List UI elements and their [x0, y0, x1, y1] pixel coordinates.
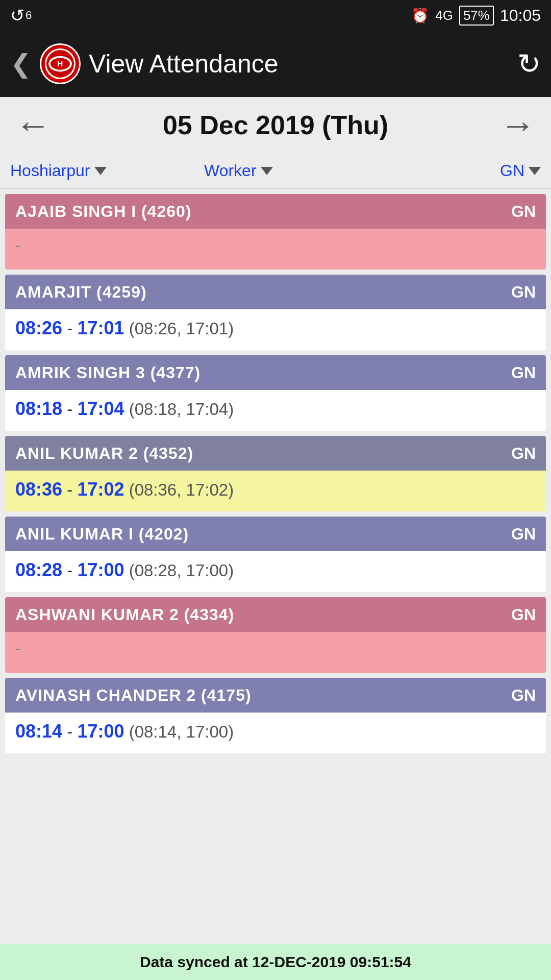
record-time-dash: - — [62, 722, 77, 741]
record-name: ANIL KUMAR I (4202) — [15, 525, 189, 544]
record-body: 08:14 - 17:00 (08:14, 17:00) — [5, 713, 546, 753]
record-shift-badge: GN — [511, 363, 536, 382]
location-dropdown-arrow — [94, 167, 107, 175]
time-display: 10:05 — [500, 6, 541, 25]
record-name: AJAIB SINGH I (4260) — [15, 202, 191, 221]
record-header: AVINASH CHANDER 2 (4175)GN — [5, 678, 546, 713]
record-shift-badge: GN — [511, 525, 536, 544]
battery-icon: 57% — [459, 6, 494, 26]
refresh-button[interactable]: ↻ — [517, 47, 541, 80]
svg-text:H: H — [58, 59, 63, 68]
record-card: AMRIK SINGH 3 (4377)GN08:18 - 17:04 (08:… — [5, 355, 546, 431]
record-body: 08:28 - 17:00 (08:28, 17:00) — [5, 551, 546, 592]
sync-bar: Data synced at 12-DEC-2019 09:51:54 — [0, 944, 551, 980]
record-time-raw: (08:28, 17:00) — [124, 561, 234, 580]
hawkins-logo: H — [40, 43, 81, 84]
record-body: 08:18 - 17:04 (08:18, 17:04) — [5, 390, 546, 431]
record-card: ASHWANI KUMAR 2 (4334)GN- — [5, 597, 546, 673]
record-shift-badge: GN — [511, 444, 536, 463]
type-filter[interactable]: Worker — [204, 161, 480, 180]
filter-row: Hoshiarpur Worker GN — [0, 153, 551, 189]
record-name: ANIL KUMAR 2 (4352) — [15, 444, 193, 463]
record-shift-badge: GN — [511, 605, 536, 624]
record-time-dash: - — [62, 480, 77, 499]
record-time-out: 17:02 — [77, 479, 124, 500]
record-time-raw: (08:14, 17:00) — [124, 722, 234, 741]
record-time-out: 17:00 — [77, 721, 124, 742]
record-time-in: 08:18 — [15, 398, 62, 419]
record-shift-badge: GN — [511, 283, 536, 302]
record-header: AMRIK SINGH 3 (4377)GN — [5, 355, 546, 390]
record-name: ASHWANI KUMAR 2 (4334) — [15, 605, 234, 624]
location-filter[interactable]: Hoshiarpur — [10, 161, 204, 180]
record-card: AVINASH CHANDER 2 (4175)GN08:14 - 17:00 … — [5, 678, 546, 753]
record-time-raw: (08:18, 17:04) — [124, 400, 234, 419]
record-time-row: 08:26 - 17:01 (08:26, 17:01) — [15, 317, 536, 339]
record-time-in: 08:28 — [15, 559, 62, 580]
record-time-in: 08:14 — [15, 721, 62, 742]
record-time-out: 17:00 — [77, 559, 124, 580]
type-dropdown-arrow — [261, 167, 273, 175]
shift-dropdown-arrow — [529, 167, 541, 175]
app-bar-title: View Attendance — [89, 49, 279, 79]
status-bar: ↺ 6 ⏰ 4G 57% 10:05 — [0, 0, 551, 31]
record-name: AMARJIT (4259) — [15, 283, 147, 302]
next-date-button[interactable]: → — [500, 105, 536, 145]
record-time-row: 08:36 - 17:02 (08:36, 17:02) — [15, 479, 536, 500]
signal-icon: 4G — [435, 8, 453, 23]
record-time-out: 17:04 — [77, 398, 124, 419]
back-button[interactable]: ❮ — [10, 49, 32, 79]
shift-label: GN — [500, 161, 524, 180]
record-body: 08:26 - 17:01 (08:26, 17:01) — [5, 309, 546, 350]
alarm-icon: ⏰ — [411, 7, 429, 24]
sync-text: Data synced at 12-DEC-2019 09:51:54 — [140, 953, 411, 971]
record-card: ANIL KUMAR I (4202)GN08:28 - 17:00 (08:2… — [5, 517, 546, 592]
shift-filter[interactable]: GN — [480, 161, 541, 180]
prev-date-button[interactable]: ← — [15, 105, 51, 145]
record-time-row: 08:18 - 17:04 (08:18, 17:04) — [15, 398, 536, 420]
record-time-row: 08:28 - 17:00 (08:28, 17:00) — [15, 559, 536, 581]
record-no-time: - — [15, 640, 20, 657]
date-navigation: ← 05 Dec 2019 (Thu) → — [0, 97, 551, 153]
record-header: AJAIB SINGH I (4260)GN — [5, 194, 546, 229]
record-body: - — [5, 229, 546, 270]
record-header: AMARJIT (4259)GN — [5, 275, 546, 309]
record-time-out: 17:01 — [77, 317, 124, 338]
record-body: - — [5, 632, 546, 673]
record-name: AMRIK SINGH 3 (4377) — [15, 363, 201, 382]
record-time-raw: (08:36, 17:02) — [124, 480, 234, 499]
type-label: Worker — [204, 161, 257, 180]
record-time-row: 08:14 - 17:00 (08:14, 17:00) — [15, 721, 536, 742]
status-bar-right: ⏰ 4G 57% 10:05 — [411, 6, 541, 26]
record-body: 08:36 - 17:02 (08:36, 17:02) — [5, 471, 546, 511]
record-card: AJAIB SINGH I (4260)GN- — [5, 194, 546, 270]
record-header: ASHWANI KUMAR 2 (4334)GN — [5, 597, 546, 632]
date-display: 05 Dec 2019 (Thu) — [163, 110, 388, 140]
record-name: AVINASH CHANDER 2 (4175) — [15, 686, 252, 705]
record-time-in: 08:26 — [15, 317, 62, 338]
records-container: AJAIB SINGH I (4260)GN-AMARJIT (4259)GN0… — [0, 189, 551, 944]
app-bar: ❮ H View Attendance ↻ — [0, 31, 551, 97]
record-header: ANIL KUMAR I (4202)GN — [5, 517, 546, 551]
record-time-dash: - — [62, 561, 77, 580]
record-time-raw: (08:26, 17:01) — [124, 319, 234, 338]
record-header: ANIL KUMAR 2 (4352)GN — [5, 436, 546, 471]
refresh-status-icon: ↺ — [10, 5, 24, 26]
record-shift-badge: GN — [511, 686, 536, 705]
location-label: Hoshiarpur — [10, 161, 90, 180]
record-time-in: 08:36 — [15, 479, 62, 500]
record-card: ANIL KUMAR 2 (4352)GN08:36 - 17:02 (08:3… — [5, 436, 546, 511]
record-time-dash: - — [62, 319, 77, 338]
status-number: 6 — [26, 9, 32, 22]
record-time-dash: - — [62, 400, 77, 419]
record-card: AMARJIT (4259)GN08:26 - 17:01 (08:26, 17… — [5, 275, 546, 350]
status-bar-left: ↺ 6 — [10, 5, 32, 26]
app-bar-left: ❮ H View Attendance — [10, 43, 279, 84]
record-no-time: - — [15, 237, 20, 254]
record-shift-badge: GN — [511, 202, 536, 221]
